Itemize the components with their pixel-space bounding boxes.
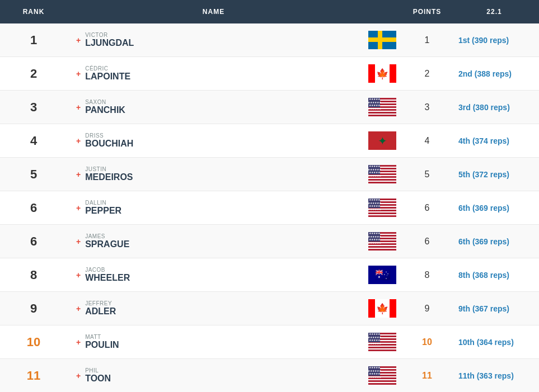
athlete-name: JACOB WHEELER [85,267,130,283]
leaderboard: RANK NAME POINTS 22.1 1 + VICTOR LJUNGDA… [0,0,539,392]
athlete-name: JEFFREY ADLER [85,300,116,317]
table-row: 8 + JACOB WHEELER 8 8th (368 reps) [0,258,539,292]
points-cell: 4 [405,136,449,146]
header-score: 22.1 [449,6,539,18]
table-row: 11 + PHIL TOON ★★★★★★★★★★★★★★★★★★★★★★★★★… [0,359,539,392]
athlete-last-name: WHEELER [85,273,130,283]
expand-icon[interactable]: + [76,304,81,313]
name-cell: + CÉDRIC LAPOINTE [67,61,360,86]
athlete-name: PHIL TOON [85,367,111,384]
rank-cell: 4 [0,134,67,148]
score-cell: 1st (390 reps) [449,31,539,49]
points-cell: 3 [405,102,449,112]
expand-icon[interactable]: + [76,204,81,212]
athlete-first-name: JACOB [85,267,130,273]
score-cell: 9th (367 reps) [449,300,539,318]
athlete-last-name: LJUNGDAL [85,38,134,48]
athlete-last-name: POULIN [85,340,119,350]
score-cell: 6th (369 reps) [449,199,539,217]
athlete-last-name: MEDEIROS [85,172,133,182]
rank-cell: 6 [0,201,67,215]
name-cell: + SAXON PANCHIK [67,95,360,120]
flag-cell: ★★★★★★★★★★★★★★★★★★★★★★★★★★★★ [360,366,405,385]
score-cell: 10th (364 reps) [449,333,539,351]
table-row: 3 + SAXON PANCHIK ★★★★★★★★★★★★★★★★★★★★★★… [0,91,539,124]
athlete-first-name: VICTOR [85,32,134,38]
name-cell: + VICTOR LJUNGDAL [67,27,360,53]
score-cell: 4th (374 reps) [449,132,539,150]
name-cell: + JEFFREY ADLER [67,296,360,321]
name-cell: + JACOB WHEELER [67,262,360,287]
athlete-last-name: LAPOINTE [85,72,130,82]
table-row: 6 + DALLIN PEPPER ★★★★★★★★★★★★★★★★★★★★★★… [0,191,539,225]
score-cell: 2nd (388 reps) [449,65,539,83]
name-cell: + DALLIN PEPPER [67,195,360,220]
athlete-first-name: DRISS [85,133,133,139]
athlete-name: CÉDRIC LAPOINTE [85,65,130,82]
expand-icon[interactable]: + [76,103,81,112]
points-cell: 6 [405,203,449,213]
points-cell: 1 [405,35,449,45]
flag-cell: ★★★★★★★★★★★★★★★★★★★★★★★★★★★★ [360,98,405,116]
table-body: 1 + VICTOR LJUNGDAL 1 1st (390 reps) 2 +… [0,23,539,392]
rank-cell: 3 [0,100,67,115]
flag-cell [360,31,405,49]
points-cell: 8 [405,270,449,280]
athlete-last-name: BOUCHIAH [85,139,133,149]
flag-cell: 🍁 [360,64,405,83]
athlete-last-name: TOON [85,374,111,384]
expand-icon[interactable]: + [76,237,81,246]
rank-cell: 8 [0,268,67,282]
athlete-last-name: PANCHIK [85,105,125,115]
athlete-first-name: PHIL [85,367,111,374]
flag-cell: ★★★★★★★★★★★★★★★★★★★★★★★★★★★★ [360,199,405,217]
athlete-last-name: SPRAGUE [85,239,129,249]
rank-cell: 1 [0,33,67,48]
score-cell: 6th (369 reps) [449,233,539,251]
athlete-first-name: CÉDRIC [85,65,130,72]
flag-cell: ★★★★★★★★★★★★★★★★★★★★★★★★★★★★ [360,165,405,183]
points-cell: 2 [405,69,449,79]
name-cell: + MATT POULIN [67,329,360,355]
athlete-last-name: ADLER [85,306,116,317]
table-row: 10 + MATT POULIN ★★★★★★★★★★★★★★★★★★★★★★★… [0,325,539,359]
points-cell: 11 [405,371,449,381]
name-cell: + JUSTIN MEDEIROS [67,162,360,187]
flag-cell: ★★★★★★★★★★★★★★★★★★★★★★★★★★★★ [360,333,405,351]
table-row: 6 + JAMES SPRAGUE ★★★★★★★★★★★★★★★★★★★★★★… [0,225,539,258]
athlete-first-name: JUSTIN [85,166,133,172]
table-row: 2 + CÉDRIC LAPOINTE 🍁 2 2nd (388 reps) [0,57,539,91]
score-cell: 11th (363 reps) [449,367,539,385]
table-row: 1 + VICTOR LJUNGDAL 1 1st (390 reps) [0,23,539,57]
expand-icon[interactable]: + [76,371,81,380]
athlete-last-name: PEPPER [85,206,121,216]
athlete-first-name: DALLIN [85,200,121,206]
flag-cell: ✦ [360,131,405,150]
expand-icon[interactable]: + [76,69,81,78]
rank-cell: 11 [0,369,67,383]
athlete-first-name: SAXON [85,99,125,105]
flag-cell: 🍁 [360,299,405,318]
table-row: 5 + JUSTIN MEDEIROS ★★★★★★★★★★★★★★★★★★★★… [0,158,539,191]
header-points: POINTS [405,6,449,18]
expand-icon[interactable]: + [76,170,81,179]
rank-cell: 9 [0,301,67,316]
flag-cell [360,266,405,284]
athlete-name: JUSTIN MEDEIROS [85,166,133,182]
athlete-name: JAMES SPRAGUE [85,233,129,249]
expand-icon[interactable]: + [76,136,81,145]
expand-icon[interactable]: + [76,36,81,45]
expand-icon[interactable]: + [76,271,81,280]
score-cell: 3rd (380 reps) [449,98,539,116]
header-rank: RANK [0,6,67,18]
expand-icon[interactable]: + [76,338,81,347]
rank-cell: 2 [0,67,67,81]
table-header: RANK NAME POINTS 22.1 [0,0,539,23]
score-cell: 5th (372 reps) [449,166,539,183]
table-row: 9 + JEFFREY ADLER 🍁 9 9th (367 reps) [0,292,539,325]
athlete-first-name: JEFFREY [85,300,116,306]
header-name: NAME [67,6,360,18]
rank-cell: 6 [0,234,67,249]
table-row: 4 + DRISS BOUCHIAH ✦ 4 4th (374 reps) [0,124,539,158]
athlete-first-name: JAMES [85,233,129,239]
